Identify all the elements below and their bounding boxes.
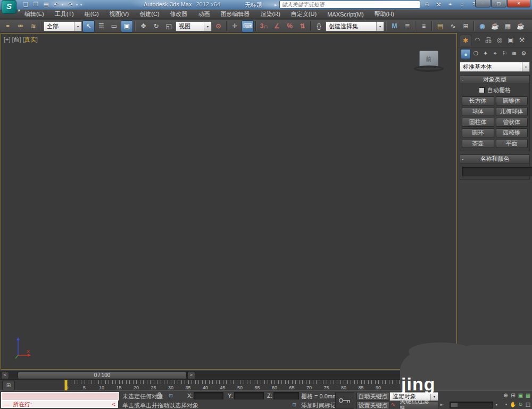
favorites-icon[interactable]: ☆: [458, 2, 467, 7]
collapse-icon[interactable]: -: [462, 155, 463, 163]
close-button[interactable]: ✕: [507, 0, 530, 7]
category-lights-icon[interactable]: ✦: [481, 49, 490, 58]
tab-create-icon[interactable]: ✱: [460, 35, 471, 46]
qat-overflow-button[interactable]: ▾: [80, 3, 84, 6]
combo-arrow-icon[interactable]: ▾: [376, 22, 384, 31]
material-editor-button[interactable]: ◉: [476, 20, 488, 32]
listener-expand-icon[interactable]: <: [112, 401, 115, 407]
mirror-button[interactable]: M: [388, 20, 401, 32]
keyboard-shortcut-override-toggle[interactable]: ⌨: [242, 20, 254, 32]
frame-number-field[interactable]: [450, 402, 493, 408]
select-and-move-button[interactable]: ✥: [137, 20, 149, 32]
schematic-view-button[interactable]: ⊞: [460, 20, 472, 32]
menu-rendering[interactable]: 渲染(R): [255, 10, 286, 18]
application-menu-button[interactable]: S ▾: [2, 0, 16, 14]
category-helpers-icon[interactable]: ⚐: [500, 49, 509, 58]
object-type-rollout-header[interactable]: - 对象类型: [460, 76, 529, 84]
undo-button[interactable]: ↶: [52, 1, 61, 9]
teapot-button[interactable]: 茶壶: [462, 139, 494, 148]
unlink-selection-icon[interactable]: ⚮: [14, 20, 27, 32]
select-by-name-button[interactable]: ☰: [95, 20, 107, 32]
menu-maxscript[interactable]: MAXScript(M): [322, 11, 369, 18]
use-pivot-point-center-button[interactable]: ⊙: [212, 20, 225, 32]
add-time-tag-button[interactable]: 添加时间标记: [301, 402, 336, 409]
menu-edit[interactable]: 编辑(E): [19, 10, 49, 18]
box-button[interactable]: 长方体: [462, 96, 494, 105]
named-selection-sets-combo[interactable]: 创建选择集 ▾: [326, 21, 384, 31]
menu-customize[interactable]: 自定义(U): [286, 10, 322, 18]
menu-modifiers[interactable]: 修改器: [165, 10, 193, 18]
field-of-view-button[interactable]: ◔: [502, 401, 509, 408]
category-systems-icon[interactable]: ⚙: [519, 49, 528, 58]
subscription-icon[interactable]: ⚒: [434, 2, 444, 7]
sphere-button[interactable]: 球体: [462, 107, 494, 116]
align-button[interactable]: ≣: [401, 20, 413, 32]
snap-toggle-3d-button[interactable]: 3∩: [258, 20, 270, 32]
select-and-manipulate-button[interactable]: ✛: [229, 20, 241, 32]
tab-motion-icon[interactable]: ◎: [494, 35, 505, 45]
undo-dropdown-arrow-icon[interactable]: ▾: [62, 3, 65, 6]
cone-button[interactable]: 圆锥体: [496, 96, 528, 105]
tube-button[interactable]: 管状体: [496, 118, 528, 127]
open-mini-curve-editor-button[interactable]: ⊞: [2, 381, 15, 390]
edit-named-selection-sets-button[interactable]: {}: [313, 20, 325, 32]
combo-arrow-icon[interactable]: ▾: [522, 62, 529, 71]
tab-display-icon[interactable]: ▣: [505, 35, 516, 45]
tab-modify-icon[interactable]: ◠: [472, 35, 483, 45]
autogrid-checkbox[interactable]: [479, 87, 485, 93]
isolate-selection-toggle[interactable]: ⊡: [290, 401, 298, 408]
collapse-icon[interactable]: -: [462, 76, 463, 84]
select-and-rotate-button[interactable]: ↻: [150, 20, 162, 32]
search-go-icon[interactable]: ▸: [275, 2, 277, 7]
menu-animation[interactable]: 动画: [193, 10, 215, 18]
menu-help[interactable]: 帮助(H): [369, 10, 400, 18]
set-keys-button[interactable]: [335, 392, 354, 409]
front-viewport[interactable]: [+] [前] [真实] 前 X: [1, 33, 457, 370]
default-tangent-icon[interactable]: ∿: [389, 401, 397, 408]
frame-spinner-handle[interactable]: [451, 403, 458, 407]
category-shapes-icon[interactable]: ❍: [471, 49, 480, 58]
maxscript-mini-listener[interactable]: — 所在行: <: [1, 400, 118, 408]
layer-manager-button[interactable]: ≡: [418, 20, 430, 32]
redo-button[interactable]: ↷: [66, 1, 75, 9]
zoom-extents-button[interactable]: ▣: [517, 392, 524, 399]
combo-arrow-icon[interactable]: ▾: [204, 22, 211, 31]
reference-coordinate-combo[interactable]: 视图 ▾: [176, 21, 212, 31]
selection-lock-icon[interactable]: [156, 392, 162, 399]
go-to-start-button[interactable]: ⇤: [438, 401, 446, 408]
key-mode-toggle[interactable]: ▪: [493, 401, 500, 408]
menu-tools[interactable]: 工具(T): [49, 10, 79, 18]
category-cameras-icon[interactable]: ⌖: [491, 49, 500, 58]
viewport-shading-menu[interactable]: 真实: [24, 36, 36, 43]
infocenter-search-input[interactable]: [279, 1, 420, 9]
macro-recorder-field[interactable]: [1, 392, 119, 400]
object-name-input[interactable]: [462, 167, 532, 176]
select-and-link-icon[interactable]: ⚭: [2, 20, 14, 32]
search-icon[interactable]: ⚇: [422, 2, 432, 7]
orbit-button[interactable]: ↻: [517, 401, 524, 408]
curve-editor-button[interactable]: ∿: [447, 20, 459, 32]
save-file-button[interactable]: ▤: [41, 1, 51, 9]
pan-view-button[interactable]: ✋: [510, 401, 517, 408]
zoom-extents-all-button[interactable]: ▦: [525, 392, 531, 399]
render-setup-button[interactable]: ☕: [489, 20, 501, 32]
rendered-frame-window-button[interactable]: ▦: [502, 20, 514, 32]
communication-center-icon[interactable]: ✴: [446, 2, 455, 7]
select-object-button[interactable]: ↖: [82, 20, 95, 32]
category-spacewarps-icon[interactable]: ≋: [510, 49, 519, 58]
pyramid-button[interactable]: 四棱锥: [496, 128, 528, 137]
new-file-button[interactable]: ❏: [21, 1, 30, 9]
window-crossing-toggle[interactable]: ▣: [121, 20, 133, 32]
geometry-category-combo[interactable]: 标准基本体 ▾: [460, 62, 530, 72]
y-coordinate-field[interactable]: [234, 392, 264, 399]
minimize-button[interactable]: –: [475, 0, 491, 7]
plane-button[interactable]: 平面: [496, 139, 528, 148]
menu-create[interactable]: 创建(C): [134, 10, 164, 18]
category-geometry-icon[interactable]: ●: [461, 49, 471, 59]
viewport-pov-menu[interactable]: 前: [14, 36, 20, 43]
spinner-snap-toggle[interactable]: ⇅: [296, 20, 309, 32]
geosphere-button[interactable]: 几何球体: [496, 107, 528, 116]
bind-to-space-warp-icon[interactable]: ≋: [27, 20, 39, 32]
maximize-button[interactable]: ▢: [491, 0, 506, 7]
next-frame-button[interactable]: >: [187, 372, 195, 379]
